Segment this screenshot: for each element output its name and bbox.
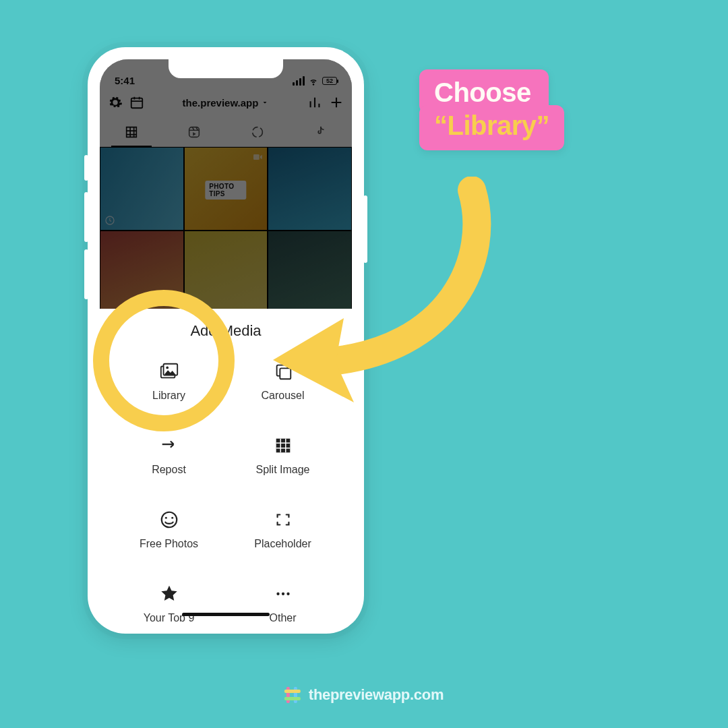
modal-overlay[interactable] (100, 59, 352, 309)
free-photos-icon (158, 508, 181, 531)
svg-point-13 (171, 517, 173, 519)
sheet-item-placeholder[interactable]: Placeholder (226, 508, 340, 550)
dimmed-background: 5:41 52 the.preview.app (100, 59, 352, 309)
svg-point-15 (281, 593, 284, 595)
sheet-item-label: Repost (152, 464, 186, 476)
sheet-item-carousel[interactable]: Carousel (226, 360, 340, 402)
carousel-icon (272, 360, 295, 383)
svg-point-12 (164, 517, 166, 519)
phone-notch (169, 59, 283, 78)
watermark-text: thepreviewapp.com (309, 686, 444, 704)
svg-point-14 (276, 593, 279, 595)
sheet-item-free-photos[interactable]: Free Photos (112, 508, 226, 550)
watermark: thepreviewapp.com (284, 686, 444, 704)
watermark-logo-icon (284, 687, 301, 703)
placeholder-icon (272, 508, 295, 531)
volume-up-button (84, 192, 88, 242)
sheet-item-label: Other (269, 612, 296, 621)
home-indicator (182, 613, 270, 616)
sheet-item-label: Placeholder (254, 538, 311, 550)
svg-point-11 (161, 512, 177, 528)
power-button (363, 195, 367, 263)
split-image-icon (272, 434, 295, 457)
svg-rect-9 (280, 368, 291, 379)
callout-line2: “Library” (419, 105, 564, 150)
more-icon (272, 582, 295, 605)
sheet-item-repost[interactable]: Repost (112, 434, 226, 476)
volume-down-button (84, 249, 88, 299)
sheet-item-label: Split Image (255, 464, 309, 476)
annotation-callout: Choose “Library” (419, 69, 564, 150)
svg-rect-10 (276, 439, 290, 453)
highlight-circle (93, 290, 235, 431)
sheet-item-label: Carousel (261, 390, 304, 402)
repost-icon (158, 434, 181, 457)
sheet-item-label: Free Photos (140, 538, 198, 550)
star-icon (158, 582, 181, 605)
side-button (84, 155, 88, 181)
svg-point-16 (286, 593, 289, 595)
sheet-item-split-image[interactable]: Split Image (226, 434, 340, 476)
